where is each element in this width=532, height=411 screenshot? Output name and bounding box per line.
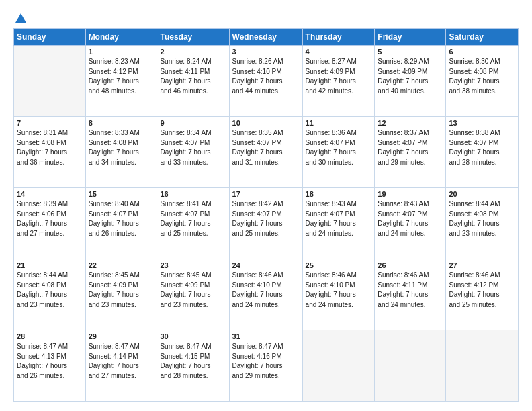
day-info: Sunrise: 8:26 AMSunset: 4:10 PMDaylight:…	[232, 57, 300, 96]
calendar-cell: 10Sunrise: 8:35 AMSunset: 4:07 PMDayligh…	[229, 117, 302, 188]
weekday-header: Wednesday	[229, 29, 302, 46]
day-info: Sunrise: 8:39 AMSunset: 4:06 PMDaylight:…	[17, 199, 83, 238]
calendar-cell: 18Sunrise: 8:43 AMSunset: 4:07 PMDayligh…	[302, 188, 375, 259]
day-number: 21	[17, 261, 83, 269]
calendar-cell: 22Sunrise: 8:45 AMSunset: 4:09 PMDayligh…	[85, 259, 157, 330]
day-info: Sunrise: 8:45 AMSunset: 4:09 PMDaylight:…	[160, 271, 226, 310]
day-info: Sunrise: 8:43 AMSunset: 4:07 PMDaylight:…	[378, 199, 443, 238]
day-number: 2	[160, 48, 226, 56]
calendar-cell	[375, 330, 446, 402]
day-number: 24	[232, 261, 300, 269]
logo-triangle-icon	[15, 12, 27, 24]
day-number: 23	[160, 261, 226, 269]
day-number: 4	[306, 48, 372, 56]
calendar-cell	[302, 330, 375, 402]
calendar-table: SundayMondayTuesdayWednesdayThursdayFrid…	[13, 28, 519, 402]
calendar-week-row: 14Sunrise: 8:39 AMSunset: 4:06 PMDayligh…	[14, 188, 519, 259]
weekday-header: Sunday	[14, 29, 86, 46]
calendar-week-row: 21Sunrise: 8:44 AMSunset: 4:08 PMDayligh…	[14, 259, 519, 330]
calendar-cell: 20Sunrise: 8:44 AMSunset: 4:08 PMDayligh…	[446, 188, 519, 259]
logo	[13, 12, 27, 21]
calendar-cell: 12Sunrise: 8:37 AMSunset: 4:07 PMDayligh…	[375, 117, 446, 188]
day-number: 30	[160, 332, 226, 340]
day-number: 19	[378, 190, 443, 198]
calendar-cell: 7Sunrise: 8:31 AMSunset: 4:08 PMDaylight…	[14, 117, 86, 188]
calendar-cell: 11Sunrise: 8:36 AMSunset: 4:07 PMDayligh…	[302, 117, 375, 188]
weekday-header: Monday	[85, 29, 157, 46]
day-number: 9	[160, 119, 226, 127]
calendar-header-row: SundayMondayTuesdayWednesdayThursdayFrid…	[14, 29, 519, 46]
calendar-cell: 17Sunrise: 8:42 AMSunset: 4:07 PMDayligh…	[229, 188, 302, 259]
day-info: Sunrise: 8:47 AMSunset: 4:15 PMDaylight:…	[160, 342, 226, 381]
weekday-header: Friday	[375, 29, 446, 46]
day-info: Sunrise: 8:44 AMSunset: 4:08 PMDaylight:…	[449, 199, 515, 238]
day-info: Sunrise: 8:47 AMSunset: 4:16 PMDaylight:…	[232, 342, 300, 381]
calendar-cell: 13Sunrise: 8:38 AMSunset: 4:07 PMDayligh…	[446, 117, 519, 188]
calendar-cell: 1Sunrise: 8:23 AMSunset: 4:12 PMDaylight…	[85, 46, 157, 117]
day-info: Sunrise: 8:40 AMSunset: 4:07 PMDaylight:…	[89, 199, 154, 238]
day-info: Sunrise: 8:35 AMSunset: 4:07 PMDaylight:…	[232, 128, 300, 167]
day-number: 22	[89, 261, 154, 269]
day-info: Sunrise: 8:44 AMSunset: 4:08 PMDaylight:…	[17, 271, 83, 310]
calendar-week-row: 7Sunrise: 8:31 AMSunset: 4:08 PMDaylight…	[14, 117, 519, 188]
day-number: 17	[232, 190, 300, 198]
day-number: 11	[306, 119, 372, 127]
day-number: 25	[306, 261, 372, 269]
calendar-cell: 21Sunrise: 8:44 AMSunset: 4:08 PMDayligh…	[14, 259, 86, 330]
day-number: 13	[449, 119, 515, 127]
calendar-cell: 28Sunrise: 8:47 AMSunset: 4:13 PMDayligh…	[14, 330, 86, 402]
day-number: 29	[89, 332, 154, 340]
day-number: 16	[160, 190, 226, 198]
calendar-cell: 5Sunrise: 8:29 AMSunset: 4:09 PMDaylight…	[375, 46, 446, 117]
day-info: Sunrise: 8:46 AMSunset: 4:10 PMDaylight:…	[232, 271, 300, 310]
calendar-cell: 23Sunrise: 8:45 AMSunset: 4:09 PMDayligh…	[157, 259, 229, 330]
calendar-cell: 14Sunrise: 8:39 AMSunset: 4:06 PMDayligh…	[14, 188, 86, 259]
calendar-cell: 31Sunrise: 8:47 AMSunset: 4:16 PMDayligh…	[229, 330, 302, 402]
day-number: 20	[449, 190, 515, 198]
day-info: Sunrise: 8:34 AMSunset: 4:07 PMDaylight:…	[160, 128, 226, 167]
day-info: Sunrise: 8:27 AMSunset: 4:09 PMDaylight:…	[306, 57, 372, 96]
day-info: Sunrise: 8:45 AMSunset: 4:09 PMDaylight:…	[89, 271, 154, 310]
day-number: 1	[89, 48, 154, 56]
day-number: 27	[449, 261, 515, 269]
day-number: 3	[232, 48, 300, 56]
day-number: 26	[378, 261, 443, 269]
day-info: Sunrise: 8:46 AMSunset: 4:12 PMDaylight:…	[449, 271, 515, 310]
day-info: Sunrise: 8:43 AMSunset: 4:07 PMDaylight:…	[306, 199, 372, 238]
calendar-cell	[14, 46, 86, 117]
day-info: Sunrise: 8:47 AMSunset: 4:13 PMDaylight:…	[17, 342, 83, 381]
calendar-cell: 9Sunrise: 8:34 AMSunset: 4:07 PMDaylight…	[157, 117, 229, 188]
day-info: Sunrise: 8:42 AMSunset: 4:07 PMDaylight:…	[232, 199, 300, 238]
day-number: 12	[378, 119, 443, 127]
calendar-cell: 29Sunrise: 8:47 AMSunset: 4:14 PMDayligh…	[85, 330, 157, 402]
day-number: 28	[17, 332, 83, 340]
day-number: 8	[89, 119, 154, 127]
day-number: 10	[232, 119, 300, 127]
day-number: 14	[17, 190, 83, 198]
day-number: 15	[89, 190, 154, 198]
svg-marker-0	[15, 13, 26, 23]
calendar-cell: 6Sunrise: 8:30 AMSunset: 4:08 PMDaylight…	[446, 46, 519, 117]
calendar-cell: 15Sunrise: 8:40 AMSunset: 4:07 PMDayligh…	[85, 188, 157, 259]
day-info: Sunrise: 8:29 AMSunset: 4:09 PMDaylight:…	[378, 57, 443, 96]
day-info: Sunrise: 8:38 AMSunset: 4:07 PMDaylight:…	[449, 128, 515, 167]
page: SundayMondayTuesdayWednesdayThursdayFrid…	[0, 0, 532, 411]
day-number: 18	[306, 190, 372, 198]
day-info: Sunrise: 8:30 AMSunset: 4:08 PMDaylight:…	[449, 57, 515, 96]
calendar-cell: 25Sunrise: 8:46 AMSunset: 4:10 PMDayligh…	[302, 259, 375, 330]
weekday-header: Tuesday	[157, 29, 229, 46]
calendar-week-row: 28Sunrise: 8:47 AMSunset: 4:13 PMDayligh…	[14, 330, 519, 402]
day-info: Sunrise: 8:37 AMSunset: 4:07 PMDaylight:…	[378, 128, 443, 167]
day-number: 31	[232, 332, 300, 340]
day-info: Sunrise: 8:36 AMSunset: 4:07 PMDaylight:…	[306, 128, 372, 167]
day-info: Sunrise: 8:46 AMSunset: 4:11 PMDaylight:…	[378, 271, 443, 310]
day-info: Sunrise: 8:47 AMSunset: 4:14 PMDaylight:…	[89, 342, 154, 381]
calendar-cell: 26Sunrise: 8:46 AMSunset: 4:11 PMDayligh…	[375, 259, 446, 330]
day-number: 5	[378, 48, 443, 56]
calendar-cell: 4Sunrise: 8:27 AMSunset: 4:09 PMDaylight…	[302, 46, 375, 117]
header	[13, 12, 519, 21]
calendar-cell: 27Sunrise: 8:46 AMSunset: 4:12 PMDayligh…	[446, 259, 519, 330]
calendar-cell: 24Sunrise: 8:46 AMSunset: 4:10 PMDayligh…	[229, 259, 302, 330]
day-info: Sunrise: 8:31 AMSunset: 4:08 PMDaylight:…	[17, 128, 83, 167]
weekday-header: Saturday	[446, 29, 519, 46]
